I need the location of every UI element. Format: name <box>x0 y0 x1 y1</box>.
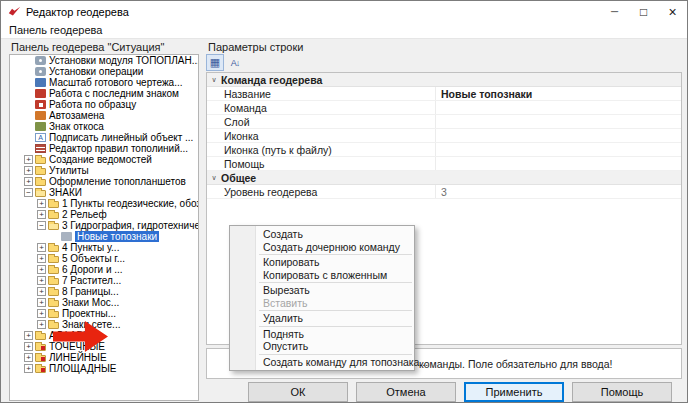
tree-item[interactable]: Работа с последним знаком <box>10 88 198 99</box>
expand-icon[interactable] <box>37 309 46 318</box>
collapse-icon[interactable] <box>24 188 33 197</box>
tree-item[interactable]: Масштаб готового чертежа... <box>10 77 198 88</box>
collapse-icon[interactable] <box>207 73 221 86</box>
property-row[interactable]: Иконка (путь к файлу) <box>207 143 681 157</box>
property-label[interactable]: Помощь <box>221 157 436 170</box>
tree-item[interactable]: 6 Дороги и ... <box>10 264 198 275</box>
context-menu: СоздатьСоздать дочернюю командуКопироват… <box>229 225 415 371</box>
menu-item[interactable]: Опустить <box>230 340 414 353</box>
tree-item[interactable]: Автозамена <box>10 110 198 121</box>
tree-item[interactable]: 1 Пункты геодезические, обозначения... <box>10 198 198 209</box>
menu-item[interactable]: Копировать с вложенным <box>230 269 414 282</box>
property-row[interactable]: Уровень геодерева3 <box>207 185 681 199</box>
property-label[interactable]: Иконка <box>221 129 436 142</box>
menu-item[interactable]: Поднять <box>230 328 414 341</box>
property-row[interactable]: Слой <box>207 115 681 129</box>
tree-item[interactable]: Утилиты <box>10 165 198 176</box>
expand-icon[interactable] <box>24 364 33 373</box>
tree-item[interactable]: Создание ведомостей <box>10 154 198 165</box>
property-label[interactable]: Название <box>221 87 436 100</box>
tree-item[interactable]: Проектны... <box>10 308 198 319</box>
cancel-button[interactable]: Отмена <box>356 382 456 402</box>
property-label[interactable]: Уровень геодерева <box>221 185 436 198</box>
menu-item[interactable]: Создать <box>230 228 414 241</box>
tree-item-label: Работа по образцу <box>49 99 136 110</box>
collapse-icon[interactable] <box>207 171 221 184</box>
tree-item[interactable]: 2 Рельеф <box>10 209 198 220</box>
tree-item[interactable]: Работа по образцу <box>10 99 198 110</box>
expand-icon[interactable] <box>37 243 46 252</box>
property-value[interactable] <box>436 129 681 142</box>
menu-item[interactable]: Копировать <box>230 256 414 269</box>
tree-item[interactable]: Подписать линейный объект ... <box>10 132 198 143</box>
expand-icon[interactable] <box>37 276 46 285</box>
minimize-button[interactable] <box>600 1 629 22</box>
property-label[interactable]: Слой <box>221 115 436 128</box>
tree-item[interactable]: 3 Гидрография, гидротехнические объе <box>10 220 198 231</box>
tree-item[interactable]: Знаки Мос... <box>10 297 198 308</box>
tree-item[interactable]: Знак откоса <box>10 121 198 132</box>
property-value[interactable] <box>436 101 681 114</box>
property-row[interactable]: Иконка <box>207 129 681 143</box>
menu-item[interactable]: Удалить <box>230 312 414 325</box>
expand-icon[interactable] <box>24 155 33 164</box>
expand-icon[interactable] <box>37 298 46 307</box>
tree-item[interactable]: 7 Растител... <box>10 275 198 286</box>
property-value[interactable] <box>436 115 681 128</box>
expand-icon[interactable] <box>37 199 46 208</box>
close-button[interactable] <box>658 1 687 22</box>
menu-geotree-panel[interactable]: Панель геодерева <box>1 22 110 38</box>
tree-item[interactable]: Знаки сете... <box>10 319 198 330</box>
expand-icon[interactable] <box>37 265 46 274</box>
property-value[interactable]: Новые топознаки <box>436 87 681 100</box>
menu-item[interactable]: Вырезать <box>230 284 414 297</box>
tree-item[interactable]: 8 Границы... <box>10 286 198 297</box>
ok-button[interactable]: ОК <box>248 382 348 402</box>
tree-item[interactable]: ТОЧЕЧНЫЕ <box>10 341 198 352</box>
tree-item[interactable]: Оформление топопланшетов <box>10 176 198 187</box>
expand-icon[interactable] <box>37 320 46 329</box>
command-icon <box>61 232 72 241</box>
property-group-row[interactable]: Команда геодерева <box>207 73 681 87</box>
tree-item-label: Установки модуля ТОПОПЛАН... <box>49 55 199 66</box>
menu-item[interactable]: Создать команду для топознака... <box>230 356 414 369</box>
help-button[interactable]: Помощь <box>572 382 672 402</box>
property-row[interactable]: Команда <box>207 101 681 115</box>
maximize-button[interactable] <box>629 1 658 22</box>
tree-item[interactable]: 5 Объекты г... <box>10 253 198 264</box>
row-indent <box>207 129 221 142</box>
folder-icon <box>48 278 59 285</box>
expand-icon[interactable] <box>24 177 33 186</box>
expand-icon[interactable] <box>24 353 33 362</box>
expand-icon[interactable] <box>24 166 33 175</box>
row-indent <box>207 101 221 114</box>
expand-icon[interactable] <box>37 254 46 263</box>
expand-icon[interactable] <box>37 210 46 219</box>
tree-item[interactable]: Редактор правил тополиний... <box>10 143 198 154</box>
tree-item[interactable]: ЛИНЕЙНЫЕ <box>10 352 198 363</box>
tree-item[interactable]: Установки операции <box>10 66 198 77</box>
tree-item[interactable]: Новые топознаки <box>10 231 198 242</box>
tree-item[interactable]: ЗНАКИ <box>10 187 198 198</box>
sort-alphabetical-button[interactable] <box>226 54 244 71</box>
property-label[interactable]: Команда <box>221 101 436 114</box>
expand-icon[interactable] <box>37 287 46 296</box>
property-row[interactable]: Помощь <box>207 157 681 171</box>
tree-item[interactable]: ПЛОЩАДНЫЕ <box>10 363 198 374</box>
tree-item[interactable]: 4 Пункты у... <box>10 242 198 253</box>
tree-item-label: Утилиты <box>49 165 89 176</box>
collapse-icon[interactable] <box>37 221 46 230</box>
menu-item[interactable]: Создать дочернюю команду <box>230 241 414 254</box>
property-value[interactable] <box>436 157 681 170</box>
property-value[interactable]: 3 <box>436 185 681 198</box>
categorized-view-button[interactable] <box>206 54 224 71</box>
expand-icon[interactable] <box>24 342 33 351</box>
property-value[interactable] <box>436 143 681 156</box>
tree-item[interactable]: Установки модуля ТОПОПЛАН... <box>10 55 198 66</box>
property-group-row[interactable]: Общее <box>207 171 681 185</box>
property-label[interactable]: Иконка (путь к файлу) <box>221 143 436 156</box>
folder-icon <box>48 256 59 263</box>
expand-icon[interactable] <box>24 331 33 340</box>
property-row[interactable]: НазваниеНовые топознаки <box>207 87 681 101</box>
apply-button[interactable]: Применить <box>464 382 564 402</box>
